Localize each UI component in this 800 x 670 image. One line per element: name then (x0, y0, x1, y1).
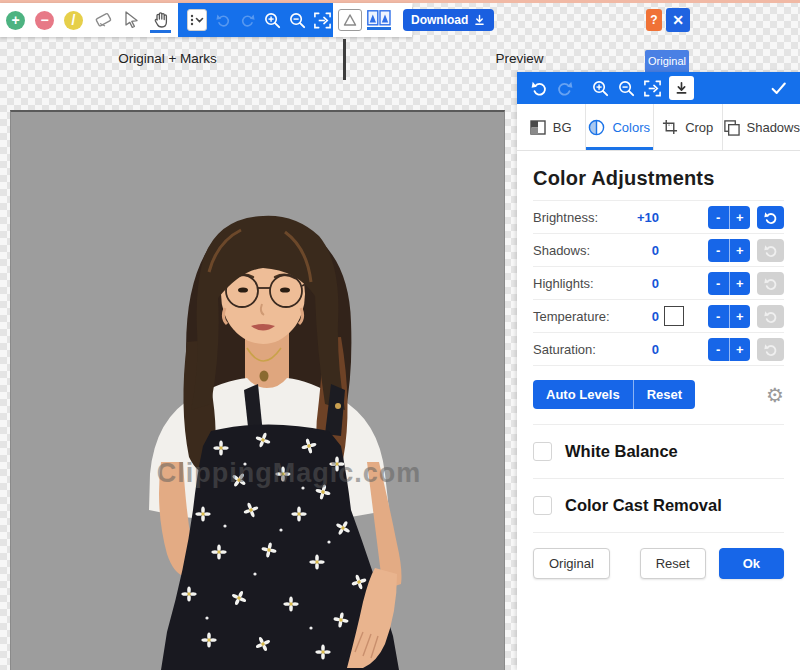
main-toolbar: + − / (0, 3, 412, 37)
shadows-reset-button[interactable] (757, 239, 784, 262)
row-label: Highlights: (533, 276, 633, 291)
temperature-swatch[interactable] (664, 306, 684, 326)
show-original-toggle[interactable] (338, 9, 362, 31)
preview-mode-tab[interactable]: Original (645, 50, 689, 72)
plus-button[interactable]: + (729, 338, 751, 361)
shadows-layers-icon (723, 119, 740, 136)
row-value: 0 (633, 276, 659, 291)
plus-button[interactable]: + (729, 272, 751, 295)
select-tool[interactable] (121, 7, 142, 33)
row-value: 0 (633, 342, 659, 357)
minus-button[interactable]: - (708, 239, 729, 262)
pan-tool[interactable] (150, 7, 171, 33)
gear-icon[interactable]: ⚙ (766, 385, 784, 405)
white-balance-row: White Balance (533, 424, 784, 478)
help-button[interactable]: ? (646, 9, 662, 31)
ok-button[interactable]: Ok (719, 548, 784, 579)
tab-crop[interactable]: Crop (653, 104, 722, 150)
row-brightness: Brightness: +10 - + (533, 201, 784, 234)
white-balance-label: White Balance (565, 442, 678, 461)
row-label: Saturation: (533, 342, 633, 357)
add-foreground-tool[interactable]: + (5, 7, 26, 33)
redo-button[interactable] (555, 79, 574, 98)
white-balance-checkbox[interactable] (533, 442, 552, 461)
original-button[interactable]: Original (533, 548, 610, 579)
download-result-button[interactable] (669, 76, 694, 100)
auto-levels-button[interactable]: Auto Levels (533, 380, 633, 409)
watermark-text: ClippingMagic.com (157, 458, 422, 488)
brightness-stepper: - + (708, 206, 750, 229)
highlights-reset-button[interactable] (757, 272, 784, 295)
brightness-reset-button[interactable] (757, 206, 784, 229)
panel-title: Color Adjustments (533, 167, 784, 190)
saturation-stepper: - + (708, 338, 750, 361)
hair-tool[interactable]: / (63, 7, 84, 33)
temperature-reset-button[interactable] (757, 305, 784, 328)
fit-screen-button[interactable] (643, 79, 662, 98)
tab-label: Colors (612, 120, 650, 135)
download-button[interactable]: Download (403, 9, 494, 31)
row-value: 0 (633, 243, 659, 258)
zoom-out-button[interactable] (288, 11, 307, 30)
minus-button[interactable]: - (708, 305, 729, 328)
highlights-stepper: - + (708, 272, 750, 295)
zoom-in-button[interactable] (263, 11, 282, 30)
hand-icon (151, 10, 171, 30)
reset-button[interactable]: Reset (640, 548, 706, 579)
zoom-out-button[interactable] (617, 79, 636, 98)
green-plus-icon: + (6, 11, 25, 30)
portrait-photo: ClippingMagic.com (11, 112, 504, 670)
undo-icon (763, 309, 778, 324)
close-button[interactable]: ✕ (666, 8, 690, 32)
tab-bg[interactable]: BG (517, 104, 585, 150)
shadows-stepper: - + (708, 239, 750, 262)
tab-shadows[interactable]: Shadows (722, 104, 800, 150)
auto-levels-row: Auto Levels Reset ⚙ (533, 380, 784, 409)
redo-icon (238, 11, 257, 30)
tab-label: Crop (685, 120, 713, 135)
minus-button[interactable]: - (708, 272, 729, 295)
colors-circle-icon (588, 119, 605, 136)
minus-button[interactable]: - (708, 338, 729, 361)
panel-tabs: BG Colors Crop (517, 104, 800, 151)
bg-grid-icon (530, 120, 546, 135)
split-view-toggle[interactable] (367, 10, 391, 30)
crop-icon (662, 119, 678, 135)
minus-button[interactable]: - (708, 206, 729, 229)
undo-icon (763, 210, 778, 225)
row-label: Brightness: (533, 210, 633, 225)
panel-content: Color Adjustments Brightness: +10 - + (517, 151, 800, 670)
row-value: 0 (633, 309, 659, 324)
tab-colors[interactable]: Colors (585, 104, 654, 150)
temperature-stepper: - + (708, 305, 750, 328)
plus-button[interactable]: + (729, 239, 751, 262)
red-minus-icon: − (35, 11, 54, 30)
download-label: Download (411, 13, 468, 27)
remove-background-tool[interactable]: − (34, 7, 55, 33)
saturation-reset-button[interactable] (757, 338, 784, 361)
active-underline (367, 27, 391, 30)
color-cast-checkbox[interactable] (533, 496, 552, 515)
row-shadows: Shadows: 0 - + (533, 234, 784, 267)
plus-button[interactable]: + (729, 206, 751, 229)
compare-triangles-icon (367, 10, 391, 26)
left-view-label: Original + Marks (60, 51, 275, 66)
levels-reset-button[interactable]: Reset (633, 380, 695, 409)
confirm-check-button[interactable] (769, 79, 788, 98)
row-temperature: Temperature: 0 - + (533, 300, 784, 333)
undo-button[interactable] (529, 79, 548, 98)
eraser-tool[interactable] (92, 7, 113, 33)
adjustments-panel: BG Colors Crop (517, 72, 800, 670)
marks-menu-dropdown[interactable] (187, 9, 207, 31)
download-icon (674, 80, 689, 96)
eraser-icon (93, 10, 113, 30)
tab-label: Shadows (747, 120, 800, 135)
color-cast-row: Color Cast Removal (533, 478, 784, 532)
history-icons-disabled (213, 11, 257, 30)
image-canvas[interactable]: ClippingMagic.com (10, 110, 505, 670)
auto-levels-group: Auto Levels Reset (533, 380, 695, 409)
plus-button[interactable]: + (729, 305, 751, 328)
zoom-in-button[interactable] (591, 79, 610, 98)
zoom-toolbar-group (178, 3, 333, 37)
fit-screen-button[interactable] (313, 11, 332, 30)
